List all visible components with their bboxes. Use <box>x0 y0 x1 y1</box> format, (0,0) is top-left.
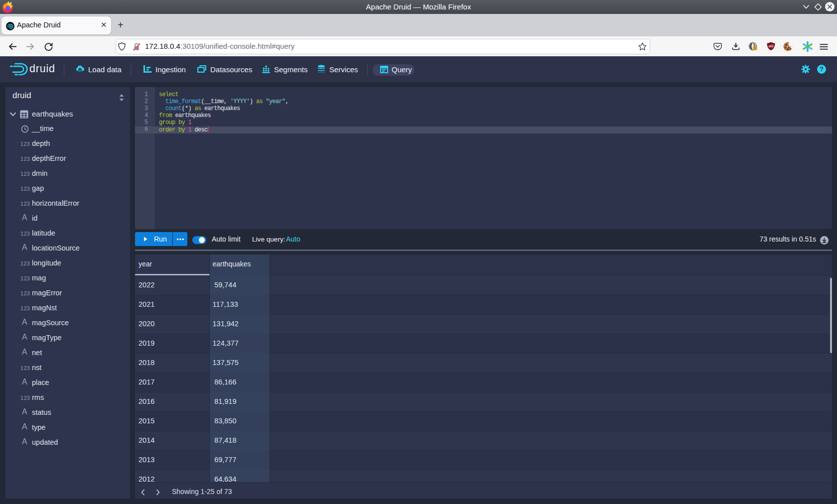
svg-text:uO: uO <box>769 44 774 48</box>
